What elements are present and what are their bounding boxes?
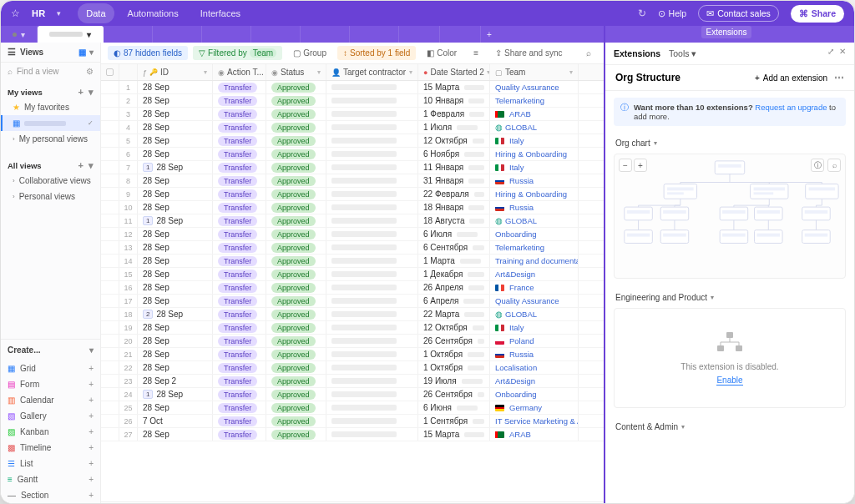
column-date[interactable]: ●Date Started 2▾ bbox=[418, 64, 490, 80]
add-icon[interactable]: + bbox=[78, 87, 83, 98]
add-icon[interactable]: + bbox=[78, 160, 83, 171]
chevron-down-icon[interactable]: ▾ bbox=[89, 345, 94, 355]
extensions-toggle[interactable]: Extensions bbox=[701, 26, 752, 38]
create-list[interactable]: ☰List+ bbox=[1, 456, 100, 471]
table-row[interactable]: 2228 SepTransferApproved1 ОктябряLocalis… bbox=[101, 361, 604, 375]
ext-orgchart-header[interactable]: Org chart bbox=[615, 139, 650, 148]
favorites-item[interactable]: ★My favorites bbox=[1, 99, 100, 115]
column-status[interactable]: ◉Status▾ bbox=[266, 64, 326, 80]
table-row[interactable]: 528 SepTransferApproved12 ОктябряItaly bbox=[101, 134, 604, 148]
select-all-checkbox[interactable] bbox=[106, 68, 114, 76]
sort-chip[interactable]: ↕Sorted by 1 field bbox=[337, 46, 416, 60]
table-row[interactable]: 1628 SepTransferApproved26 АпреляFrance bbox=[101, 281, 604, 295]
chevron-down-icon[interactable]: ▾ bbox=[89, 160, 94, 171]
collab-views-item[interactable]: ›Collaborative views bbox=[1, 173, 100, 189]
create-kanban[interactable]: ▨Kanban+ bbox=[1, 424, 100, 440]
table-row[interactable]: 18228 SepTransferApproved22 Марта◍ GLOBA… bbox=[101, 308, 604, 321]
search-icon[interactable]: ⌕ bbox=[580, 46, 597, 60]
column-id[interactable]: ƒ🔑ID▾ bbox=[138, 64, 213, 80]
request-upgrade-link[interactable]: Request an upgrade bbox=[755, 103, 827, 112]
create-header[interactable]: Create... bbox=[8, 345, 40, 355]
chevron-down-icon[interactable]: ▾ bbox=[89, 48, 94, 57]
nav-tab-automations[interactable]: Automations bbox=[119, 3, 187, 23]
table-row[interactable]: 2528 SepTransferApproved6 ИюняGermany bbox=[101, 401, 604, 415]
column-target[interactable]: 👤Target contractor▾ bbox=[326, 64, 418, 80]
table-row[interactable]: 1328 SepTransferApproved6 СентябряTelema… bbox=[101, 241, 604, 255]
table-row[interactable]: 628 SepTransferApproved6 НоябряHiring & … bbox=[101, 148, 604, 161]
create-timeline[interactable]: ▩Timeline+ bbox=[1, 440, 100, 456]
personal-views-item-2[interactable]: ›Personal views bbox=[1, 189, 100, 204]
base-menu-chevron-icon[interactable]: ▾ bbox=[57, 9, 61, 18]
close-icon[interactable]: ✕ bbox=[839, 47, 846, 60]
table-row[interactable]: 11128 SepTransferApproved18 Августа◍ GLO… bbox=[101, 214, 604, 228]
table-row[interactable]: 1428 SepTransferApproved1 МартаTraining … bbox=[101, 255, 604, 268]
contact-sales-button[interactable]: ✉Contact sales bbox=[698, 5, 779, 22]
expand-icon[interactable]: ⤢ bbox=[827, 47, 834, 60]
settings-icon[interactable]: ⚙ bbox=[86, 67, 94, 76]
color-chip[interactable]: ◧Color bbox=[421, 46, 463, 60]
share-sync-chip[interactable]: ⇪Share and sync bbox=[489, 46, 569, 60]
table-row[interactable]: 1028 SepTransferApproved18 ЯнваряRussia bbox=[101, 201, 604, 214]
nav-tab-interfaces[interactable]: Interfaces bbox=[192, 3, 249, 23]
panel-tab-tools[interactable]: Tools ▾ bbox=[669, 47, 696, 60]
add-table-button[interactable]: + bbox=[481, 26, 498, 43]
create-form[interactable]: ▤Form+ bbox=[1, 376, 100, 392]
create-section[interactable]: —Section+ bbox=[1, 487, 100, 503]
add-row[interactable]: + ⤢ Add... bbox=[101, 501, 604, 503]
create-gallery[interactable]: ▧Gallery+ bbox=[1, 408, 100, 424]
table-row[interactable]: 1728 SepTransferApproved6 АпреляQuality … bbox=[101, 295, 604, 308]
table-tab-active[interactable]: ▾ bbox=[38, 26, 104, 43]
table-tab[interactable] bbox=[251, 26, 301, 43]
grid-view-icon[interactable]: ▦ bbox=[78, 48, 86, 57]
table-tab[interactable] bbox=[202, 26, 251, 43]
table-row[interactable]: 1228 SepTransferApproved6 ИюляOnboarding bbox=[101, 228, 604, 241]
create-calendar[interactable]: ▥Calendar+ bbox=[1, 392, 100, 408]
table-row[interactable]: 328 SepTransferApproved1 ФевраляARAB bbox=[101, 108, 604, 121]
row-height-chip[interactable]: ≡ bbox=[468, 46, 484, 60]
table-row[interactable]: 1928 SepTransferApproved12 ОктябряItaly bbox=[101, 321, 604, 335]
nav-tab-data[interactable]: Data bbox=[78, 3, 114, 23]
all-views-header[interactable]: All views bbox=[8, 161, 42, 170]
favorite-star-icon[interactable]: ☆ bbox=[11, 8, 20, 19]
table-row[interactable]: 428 SepTransferApproved1 Июля◍ GLOBAL bbox=[101, 121, 604, 134]
chevron-down-icon[interactable]: ▾ bbox=[89, 87, 94, 98]
history-icon[interactable]: ↻ bbox=[638, 8, 646, 19]
group-chip[interactable]: ▢Group bbox=[287, 46, 332, 60]
menu-icon[interactable]: ☰ bbox=[8, 47, 16, 58]
panel-tab-extensions[interactable]: Extensions bbox=[614, 47, 660, 60]
hidden-fields-chip[interactable]: ◐87 hidden fields bbox=[108, 46, 188, 60]
column-action[interactable]: ◉Action T...▾ bbox=[213, 64, 266, 80]
table-row[interactable]: 7128 SepTransferApproved11 ЯнваряItaly bbox=[101, 161, 604, 174]
create-gantt[interactable]: ≡Gantt+ bbox=[1, 471, 100, 487]
help-button[interactable]: ⊙Help bbox=[658, 8, 687, 18]
filter-chip[interactable]: ▽Filtered by Team bbox=[193, 46, 282, 60]
table-row[interactable]: 128 SepTransferApproved15 МартаQuality A… bbox=[101, 81, 604, 94]
table-row[interactable]: 2128 SepTransferApproved1 ОктябряRussia bbox=[101, 348, 604, 361]
table-tab[interactable] bbox=[153, 26, 202, 43]
table-row[interactable]: 267 OctTransferApproved1 СентябряIT Serv… bbox=[101, 415, 604, 428]
personal-views-item[interactable]: ›My personal views bbox=[1, 131, 100, 147]
table-row[interactable]: 24128 SepTransferApproved26 СентябряOnbo… bbox=[101, 388, 604, 401]
selected-view[interactable]: ▦✓ bbox=[1, 115, 100, 131]
find-view-input[interactable]: ⌕ Find a view ⚙ bbox=[1, 63, 100, 80]
table-row[interactable]: 828 SepTransferApproved31 ЯнваряRussia bbox=[101, 174, 604, 188]
table-row[interactable]: 928 SepTransferApproved22 ФевраляHiring … bbox=[101, 188, 604, 201]
table-tab[interactable]: ▾ bbox=[1, 26, 38, 43]
orgchart-preview[interactable]: −+ ⓘ⌕ bbox=[614, 154, 846, 279]
table-tab[interactable] bbox=[104, 26, 153, 43]
ext-eng-header[interactable]: Engineering and Product bbox=[615, 293, 707, 302]
table-tab[interactable] bbox=[301, 26, 350, 43]
create-grid[interactable]: ▦Grid+ bbox=[1, 360, 100, 376]
table-tab[interactable] bbox=[440, 26, 481, 43]
table-row[interactable]: 2728 SepTransferApproved15 МартаARAB bbox=[101, 428, 604, 441]
enable-button[interactable]: Enable bbox=[716, 375, 742, 386]
column-team[interactable]: ▢Team▾ bbox=[490, 64, 579, 80]
table-row[interactable]: 2328 Sep 2TransferApproved19 ИюляArt&Des… bbox=[101, 375, 604, 388]
ext-content-header[interactable]: Content & Admin bbox=[615, 422, 678, 431]
table-tab[interactable] bbox=[350, 26, 399, 43]
table-tab[interactable] bbox=[399, 26, 440, 43]
base-name[interactable]: HR bbox=[32, 8, 45, 18]
share-button[interactable]: ⌘Share bbox=[791, 5, 844, 23]
add-extension-button[interactable]: +Add an extension bbox=[755, 73, 827, 83]
more-icon[interactable]: ⋯ bbox=[834, 72, 844, 83]
